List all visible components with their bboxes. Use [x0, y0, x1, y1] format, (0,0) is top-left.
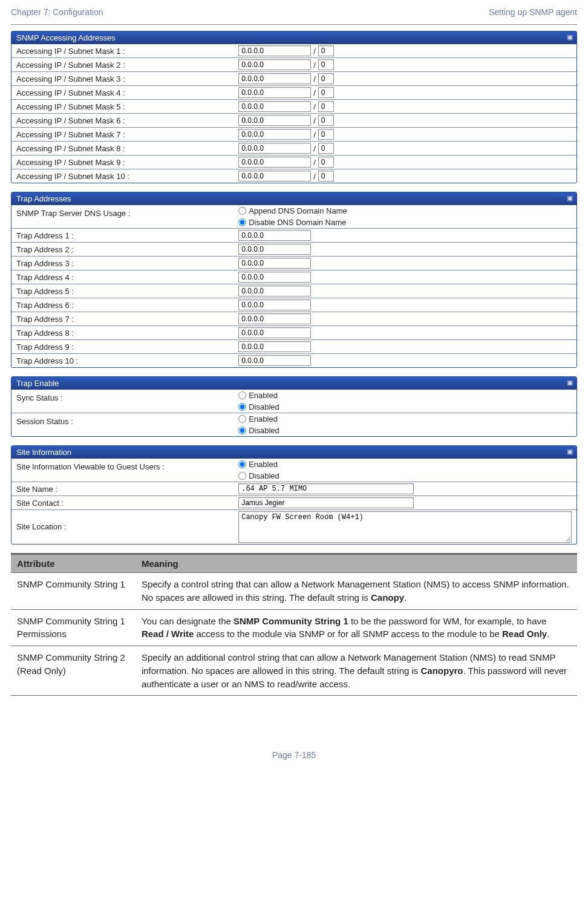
table-row: SNMP Community String 1 Specify a contro…: [11, 573, 577, 610]
collapse-icon[interactable]: ▣: [567, 33, 573, 41]
dns-usage-options: Append DNS Domain Name Disable DNS Domai…: [238, 206, 572, 227]
trap-address-input[interactable]: [238, 244, 311, 255]
dns-append-radio[interactable]: [238, 207, 246, 215]
collapse-icon[interactable]: ▣: [567, 379, 573, 387]
accessing-ip-input[interactable]: [238, 45, 311, 56]
panel-title-site-information: Site Information ▣: [11, 446, 577, 459]
accessing-mask-input[interactable]: [318, 115, 334, 126]
trap-address-row: Trap Address 9 :: [11, 340, 577, 354]
trap-address-label: Trap Address 6 :: [16, 301, 238, 310]
trap-address-input[interactable]: [238, 258, 311, 269]
site-location-label: Site Location :: [16, 511, 238, 531]
accessing-ip-row: Accessing IP / Subnet Mask 1 :/: [11, 44, 577, 58]
dns-append-option[interactable]: Append DNS Domain Name: [238, 206, 347, 215]
session-enabled-label: Enabled: [249, 414, 278, 424]
accessing-mask-input[interactable]: [318, 171, 334, 182]
accessing-mask-input[interactable]: [318, 143, 334, 154]
session-disabled-radio[interactable]: [238, 427, 246, 434]
accessing-ip-input[interactable]: [238, 129, 311, 140]
session-enabled-option[interactable]: Enabled: [238, 414, 278, 424]
site-contact-input[interactable]: [238, 497, 414, 508]
sync-enabled-radio[interactable]: [238, 391, 246, 399]
trap-address-label: Trap Address 8 :: [16, 329, 238, 338]
accessing-ip-label: Accessing IP / Subnet Mask 8 :: [16, 144, 238, 153]
trap-address-input[interactable]: [238, 272, 311, 283]
table-row: SNMP Community String 2 (Read Only) Spec…: [11, 646, 577, 696]
sync-disabled-radio[interactable]: [238, 403, 246, 411]
page-header: Chapter 7: Configuration Setting up SNMP…: [11, 5, 577, 24]
accessing-mask-input[interactable]: [318, 73, 334, 84]
site-name-input[interactable]: [238, 483, 414, 494]
meaning-header: Meaning: [136, 554, 577, 573]
accessing-mask-input[interactable]: [318, 59, 334, 70]
site-viewable-enabled-option[interactable]: Enabled: [238, 460, 278, 469]
accessing-ip-row: Accessing IP / Subnet Mask 8 :/: [11, 142, 577, 155]
trap-address-input[interactable]: [238, 286, 311, 296]
trap-address-input[interactable]: [238, 355, 311, 366]
attribute-table: Attribute Meaning SNMP Community String …: [11, 553, 577, 696]
panel-title-text: Trap Addresses: [16, 194, 71, 203]
site-viewable-disabled-radio[interactable]: [238, 472, 246, 480]
accessing-ip-input[interactable]: [238, 101, 311, 112]
accessing-ip-label: Accessing IP / Subnet Mask 4 :: [16, 88, 238, 97]
panel-title-trap-addresses: Trap Addresses ▣: [11, 192, 577, 205]
site-viewable-disabled-label: Disabled: [249, 471, 279, 480]
attr-meaning: You can designate the SNMP Community Str…: [136, 609, 577, 646]
trap-address-input[interactable]: [238, 230, 311, 241]
site-viewable-enabled-radio[interactable]: [238, 460, 246, 468]
trap-address-label: Trap Address 9 :: [16, 342, 238, 352]
collapse-icon[interactable]: ▣: [567, 448, 573, 456]
dns-disable-option[interactable]: Disable DNS Domain Name: [238, 218, 346, 227]
panel-trap-addresses: Trap Addresses ▣ SNMP Trap Server DNS Us…: [11, 192, 577, 368]
trap-address-input[interactable]: [238, 341, 311, 352]
trap-address-label: Trap Address 2 :: [16, 245, 238, 254]
dns-usage-label: SNMP Trap Server DNS Usage :: [16, 206, 238, 218]
accessing-ip-row: Accessing IP / Subnet Mask 6 :/: [11, 114, 577, 128]
accessing-ip-row: Accessing IP / Subnet Mask 3 :/: [11, 72, 577, 86]
accessing-ip-input[interactable]: [238, 115, 311, 126]
session-enabled-radio[interactable]: [238, 415, 246, 423]
accessing-ip-input[interactable]: [238, 87, 311, 98]
site-name-label: Site Name :: [16, 485, 238, 494]
slash-separator: /: [313, 130, 316, 139]
accessing-ip-input[interactable]: [238, 59, 311, 70]
site-name-row: Site Name :: [11, 482, 577, 496]
slash-separator: /: [313, 158, 316, 167]
dns-disable-radio[interactable]: [238, 218, 246, 226]
accessing-ip-input[interactable]: [238, 143, 311, 154]
sync-disabled-option[interactable]: Disabled: [238, 402, 279, 411]
panel-trap-enable: Trap Enable ▣ Sync Status : Enabled Disa…: [11, 376, 577, 437]
trap-address-input[interactable]: [238, 327, 311, 338]
trap-address-input[interactable]: [238, 313, 311, 324]
site-viewable-disabled-option[interactable]: Disabled: [238, 471, 279, 480]
sync-status-label: Sync Status :: [16, 391, 238, 402]
site-viewable-row: Site Information Viewable to Guest Users…: [11, 459, 577, 482]
slash-separator: /: [313, 88, 316, 97]
accessing-mask-input[interactable]: [318, 45, 334, 56]
attr-name: SNMP Community String 1 Permissions: [11, 609, 136, 646]
collapse-icon[interactable]: ▣: [567, 194, 573, 202]
sync-enabled-option[interactable]: Enabled: [238, 391, 278, 400]
accessing-ip-input[interactable]: [238, 171, 311, 182]
session-disabled-option[interactable]: Disabled: [238, 426, 279, 435]
trap-address-label: Trap Address 3 :: [16, 259, 238, 268]
table-row: SNMP Community String 1 Permissions You …: [11, 609, 577, 646]
trap-address-row: Trap Address 3 :: [11, 257, 577, 270]
header-rule: [11, 24, 577, 25]
trap-address-rows: SNMP Trap Server DNS Usage : Append DNS …: [11, 205, 577, 367]
trap-address-label: Trap Address 1 :: [16, 231, 238, 240]
accessing-ip-input[interactable]: [238, 157, 311, 168]
accessing-mask-input[interactable]: [318, 129, 334, 140]
site-location-row: Site Location : Canopy FW Screen Room (W…: [11, 510, 577, 544]
accessing-mask-input[interactable]: [318, 87, 334, 98]
trap-address-label: Trap Address 5 :: [16, 287, 238, 296]
accessing-mask-input[interactable]: [318, 157, 334, 168]
session-status-label: Session Status :: [16, 414, 238, 426]
trap-address-input[interactable]: [238, 299, 311, 310]
site-location-input[interactable]: Canopy FW Screen Room (W4+1): [238, 511, 572, 543]
accessing-ip-row: Accessing IP / Subnet Mask 5 :/: [11, 100, 577, 114]
accessing-ip-input[interactable]: [238, 73, 311, 84]
panel-site-information: Site Information ▣ Site Information View…: [11, 445, 577, 545]
accessing-mask-input[interactable]: [318, 101, 334, 112]
panel-title-text: Site Information: [16, 448, 71, 457]
